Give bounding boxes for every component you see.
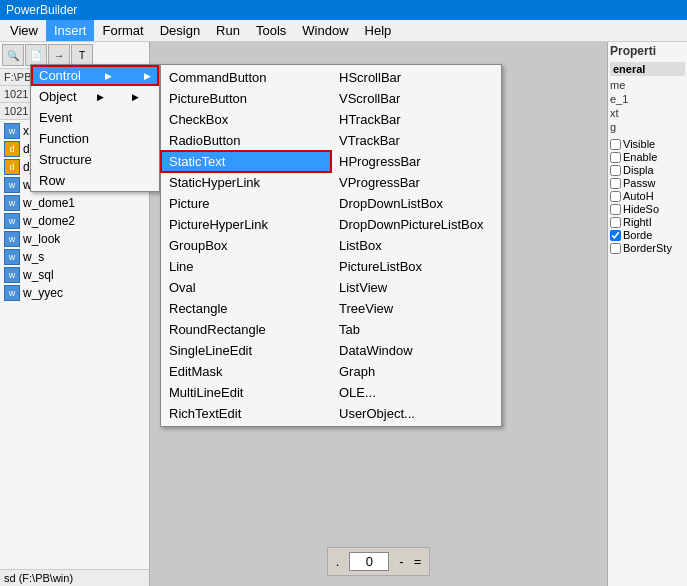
- menu-format[interactable]: Format: [94, 20, 151, 41]
- insert-control-item[interactable]: Control ▶: [31, 65, 159, 86]
- righti-label: RightI: [623, 216, 652, 228]
- tree-label-w_look: w_look: [23, 232, 60, 246]
- object-arrow: ▶: [97, 92, 104, 102]
- row-label: Row: [39, 173, 65, 188]
- item-graph[interactable]: Graph: [331, 361, 501, 382]
- autoh-checkbox[interactable]: [610, 191, 621, 202]
- enable-label: Enable: [623, 151, 657, 163]
- tree-item-w_s[interactable]: w w_s: [2, 248, 147, 266]
- item-dropdownlistbox[interactable]: DropDownListBox: [331, 193, 501, 214]
- item-singlelineedit[interactable]: SingleLineEdit: [161, 340, 331, 361]
- insert-structure-item[interactable]: Structure: [31, 149, 159, 170]
- menu-view[interactable]: View: [2, 20, 46, 41]
- prop-xt: xt: [610, 106, 685, 120]
- tree-item-w_yyec[interactable]: w w_yyec: [2, 284, 147, 302]
- item-ole[interactable]: OLE...: [331, 382, 501, 403]
- borde-row: Borde: [610, 229, 685, 241]
- item-dropdownpicturelistbox[interactable]: DropDownPictureListBox: [331, 214, 501, 235]
- position-input[interactable]: [349, 552, 389, 571]
- passw-row: Passw: [610, 177, 685, 189]
- item-commandbutton[interactable]: CommandButton: [161, 67, 331, 88]
- righti-checkbox[interactable]: [610, 217, 621, 228]
- item-treeview[interactable]: TreeView: [331, 298, 501, 319]
- tree-label-w_s: w_s: [23, 250, 44, 264]
- prop-g: g: [610, 120, 685, 134]
- borde-checkbox[interactable]: [610, 230, 621, 241]
- item-oval[interactable]: Oval: [161, 277, 331, 298]
- item-richtextedit[interactable]: RichTextEdit: [161, 403, 331, 424]
- insert-menu[interactable]: Control ▶ Object ▶ Event Function Struct…: [30, 64, 160, 192]
- toolbar-btn-4[interactable]: T: [71, 44, 93, 66]
- prop-me: me: [610, 78, 685, 92]
- enable-row: Enable: [610, 151, 685, 163]
- prop-e1: e_1: [610, 92, 685, 106]
- item-picturehyperlink[interactable]: PictureHyperLink: [161, 214, 331, 235]
- item-picturelistbox[interactable]: PictureListBox: [331, 256, 501, 277]
- passw-label: Passw: [623, 177, 655, 189]
- title-bar: PowerBuilder: [0, 0, 687, 20]
- menu-design[interactable]: Design: [152, 20, 208, 41]
- item-hscrollbar[interactable]: HScrollBar: [331, 67, 501, 88]
- hideso-checkbox[interactable]: [610, 204, 621, 215]
- item-userobject[interactable]: UserObject...: [331, 403, 501, 424]
- item-editmask[interactable]: EditMask: [161, 361, 331, 382]
- control-submenu[interactable]: CommandButton PictureButton CheckBox Rad…: [160, 64, 502, 427]
- tree-item-w_dome2[interactable]: w w_dome2: [2, 212, 147, 230]
- menu-help[interactable]: Help: [357, 20, 400, 41]
- tree-icon-w_dome2: w: [4, 213, 20, 229]
- insert-row-item[interactable]: Row: [31, 170, 159, 191]
- displa-label: Displa: [623, 164, 654, 176]
- control-arrow: ▶: [105, 71, 112, 81]
- tree-label-w_dome1: w_dome1: [23, 196, 75, 210]
- function-label: Function: [39, 131, 89, 146]
- item-radiobutton[interactable]: RadioButton: [161, 130, 331, 151]
- item-picturebutton[interactable]: PictureButton: [161, 88, 331, 109]
- item-roundrectangle[interactable]: RoundRectangle: [161, 319, 331, 340]
- toolbar-btn-1[interactable]: 🔍: [2, 44, 24, 66]
- insert-event-item[interactable]: Event: [31, 107, 159, 128]
- insert-object-item[interactable]: Object ▶: [31, 86, 159, 107]
- bordersty-checkbox[interactable]: [610, 243, 621, 254]
- item-picture[interactable]: Picture: [161, 193, 331, 214]
- enable-checkbox[interactable]: [610, 152, 621, 163]
- menu-tools[interactable]: Tools: [248, 20, 294, 41]
- center-toolbar: . - =: [327, 547, 431, 576]
- item-hprogressbar[interactable]: HProgressBar: [331, 151, 501, 172]
- item-tab[interactable]: Tab: [331, 319, 501, 340]
- item-vscrollbar[interactable]: VScrollBar: [331, 88, 501, 109]
- menu-window[interactable]: Window: [294, 20, 356, 41]
- item-line[interactable]: Line: [161, 256, 331, 277]
- autoh-row: AutoH: [610, 190, 685, 202]
- item-datawindow[interactable]: DataWindow: [331, 340, 501, 361]
- item-checkbox[interactable]: CheckBox: [161, 109, 331, 130]
- main-area: 🔍 📄 → T F:\PB\ 1021 (F:\ 1021 w x1021 d …: [0, 42, 687, 586]
- tree-item-w_look[interactable]: w w_look: [2, 230, 147, 248]
- menu-bar: View Insert Format Design Run Tools Wind…: [0, 20, 687, 42]
- item-statichyperlink[interactable]: StaticHyperLink: [161, 172, 331, 193]
- item-listbox[interactable]: ListBox: [331, 235, 501, 256]
- visible-row: Visible: [610, 138, 685, 150]
- menu-insert[interactable]: Insert: [46, 20, 95, 41]
- item-rectangle[interactable]: Rectangle: [161, 298, 331, 319]
- item-listview[interactable]: ListView: [331, 277, 501, 298]
- dot-label: .: [336, 554, 340, 569]
- menu-run[interactable]: Run: [208, 20, 248, 41]
- item-groupbox[interactable]: GroupBox: [161, 235, 331, 256]
- tree-item-w_sql[interactable]: w w_sql: [2, 266, 147, 284]
- displa-checkbox[interactable]: [610, 165, 621, 176]
- item-vtrackbar[interactable]: VTrackBar: [331, 130, 501, 151]
- toolbar-btn-2[interactable]: 📄: [25, 44, 47, 66]
- insert-function-item[interactable]: Function: [31, 128, 159, 149]
- right-panel: Properti eneral me e_1 xt g Visible Enab…: [607, 42, 687, 586]
- item-statictext[interactable]: StaticText: [161, 151, 331, 172]
- tree-item-w_dome1[interactable]: w w_dome1: [2, 194, 147, 212]
- item-multilineedit[interactable]: MultiLineEdit: [161, 382, 331, 403]
- visible-checkbox[interactable]: [610, 139, 621, 150]
- tree-icon-d_s: d: [4, 141, 20, 157]
- toolbar-btn-3[interactable]: →: [48, 44, 70, 66]
- item-htrackbar[interactable]: HTrackBar: [331, 109, 501, 130]
- equals-label: =: [414, 554, 422, 569]
- item-vprogressbar[interactable]: VProgressBar: [331, 172, 501, 193]
- passw-checkbox[interactable]: [610, 178, 621, 189]
- tree-icon-w_dome1: w: [4, 195, 20, 211]
